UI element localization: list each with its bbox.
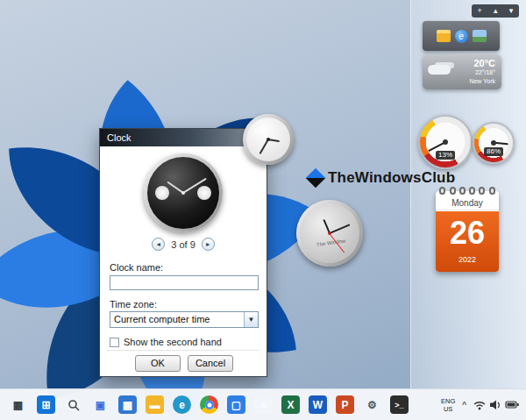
timezone-select[interactable]: Current computer time ▼ bbox=[110, 311, 259, 328]
cpu-usage-value: 13% bbox=[436, 151, 455, 160]
taskbar-icon-store[interactable]: ▢ bbox=[225, 394, 247, 416]
preview-clock-face bbox=[147, 157, 219, 229]
taskbar-icon-widgets[interactable]: ▦ bbox=[117, 394, 139, 416]
system-tray: ENG US ^ bbox=[441, 393, 519, 417]
volume-icon bbox=[490, 401, 499, 410]
ok-button[interactable]: OK bbox=[135, 355, 181, 372]
file-explorer-icon: ▬ bbox=[146, 395, 164, 414]
battery-icon bbox=[506, 402, 519, 408]
chrome-icon bbox=[200, 395, 218, 414]
time-zone-label: Time zone: bbox=[110, 299, 157, 310]
notepad-icon: ≡ bbox=[254, 395, 273, 414]
calendar-day: 26 bbox=[436, 211, 499, 255]
preview-center-pin bbox=[181, 191, 185, 195]
ram-usage-value: 86% bbox=[484, 147, 503, 156]
store-icon: ▢ bbox=[227, 395, 245, 414]
taskbar-icon-start[interactable]: ⊞ bbox=[35, 394, 57, 416]
taskbar-icon-chrome[interactable] bbox=[198, 394, 220, 416]
calendar-year: 2022 bbox=[436, 255, 499, 264]
powerpoint-icon: P bbox=[336, 395, 354, 414]
minute-hand bbox=[330, 224, 351, 234]
photo-icon bbox=[473, 30, 487, 42]
cpu-gauge-pivot bbox=[443, 139, 448, 145]
clock-settings-dialog: Clock ◄ 3 of 9 ► Clock name: Time zone: … bbox=[99, 128, 267, 377]
previous-style-button[interactable]: ◄ bbox=[152, 238, 165, 251]
edge-icon: e bbox=[173, 395, 191, 414]
clock-style-preview bbox=[144, 153, 223, 232]
gear-icon: ⚙ bbox=[363, 395, 381, 414]
language-line1: ENG bbox=[441, 397, 455, 405]
taskbar-icon-word[interactable]: W bbox=[307, 394, 329, 416]
weather-gadget[interactable]: 20°C 22°/18° New York bbox=[423, 54, 501, 89]
clock-gadget-small[interactable] bbox=[243, 114, 294, 165]
clock-face: The Window bbox=[296, 200, 364, 267]
chevron-down-icon[interactable]: ▼ bbox=[244, 312, 258, 327]
dialog-title-bar[interactable]: Clock bbox=[100, 129, 267, 146]
language-line2: US bbox=[441, 405, 455, 413]
tray-overflow-chevron-icon[interactable]: ^ bbox=[462, 401, 466, 410]
excel-icon: X bbox=[281, 395, 300, 414]
taskbar-icon-powerpoint[interactable]: P bbox=[334, 394, 356, 416]
widgets-icon: ▦ bbox=[118, 395, 137, 414]
thewindowsclub-logo-text: TheWindowsClub bbox=[328, 169, 455, 187]
taskbar-icon-excel[interactable]: X bbox=[280, 394, 302, 416]
taskbar-icon-launcher[interactable]: ▦ bbox=[7, 394, 29, 416]
gadget-down-icon[interactable]: ▾ bbox=[509, 7, 514, 15]
taskbar-icon-settings[interactable]: ⚙ bbox=[361, 394, 383, 416]
desktop: + ▴ ▾ e 20°C 22°/18° New York 13% 86% Mo… bbox=[0, 0, 526, 420]
calendar-weekday: Monday bbox=[436, 195, 499, 210]
taskbar: ▦ ⊞ ▣ ▦ ▬ e bbox=[0, 388, 526, 420]
taskbar-center-icons: ⊞ ▣ ▦ ▬ e ▢ bbox=[35, 394, 410, 416]
ram-gauge-pivot bbox=[491, 140, 496, 146]
gadget-control-bar: + ▴ ▾ bbox=[472, 4, 519, 18]
clock-brand-text: The Window bbox=[301, 236, 360, 249]
calendar-gadget[interactable]: Monday 26 2022 bbox=[436, 191, 499, 272]
clock-name-input[interactable] bbox=[110, 275, 259, 290]
cancel-button[interactable]: Cancel bbox=[188, 355, 233, 372]
weather-city: New York bbox=[469, 78, 495, 84]
folder-icon bbox=[437, 30, 451, 42]
calendar-spiral bbox=[436, 187, 499, 195]
clock-face bbox=[246, 117, 290, 161]
style-pager: ◄ 3 of 9 ► bbox=[100, 238, 267, 251]
add-gadget-icon[interactable]: + bbox=[478, 7, 482, 15]
taskbar-icon-task-view[interactable]: ▣ bbox=[89, 394, 111, 416]
clock-center-pin bbox=[267, 138, 270, 141]
terminal-icon: >_ bbox=[390, 395, 409, 414]
weather-temperature: 20°C bbox=[473, 58, 495, 68]
taskbar-icon-file-explorer[interactable]: ▬ bbox=[144, 394, 166, 416]
task-view-icon: ▣ bbox=[91, 395, 110, 414]
second-hand-checkbox[interactable] bbox=[110, 338, 119, 347]
clock-name-label: Clock name: bbox=[110, 262, 163, 273]
taskbar-icon-notepad[interactable]: ≡ bbox=[252, 394, 274, 416]
tray-status-icons[interactable] bbox=[473, 399, 519, 411]
weather-range: 22°/18° bbox=[475, 69, 495, 75]
timezone-selected-value: Current computer time bbox=[114, 314, 210, 324]
taskbar-icon-terminal[interactable]: >_ bbox=[388, 394, 410, 416]
second-hand-checkbox-label: Show the second hand bbox=[124, 337, 222, 347]
start-icon: ⊞ bbox=[37, 395, 55, 414]
internet-explorer-icon: e bbox=[455, 30, 468, 43]
thewindowsclub-logo: TheWindowsClub bbox=[309, 169, 455, 187]
cpu-meter-gadget[interactable]: 13% bbox=[418, 115, 473, 169]
ram-meter-gadget[interactable]: 86% bbox=[473, 122, 515, 164]
style-position-text: 3 of 9 bbox=[171, 239, 195, 250]
next-style-button[interactable]: ► bbox=[202, 238, 215, 251]
gadget-up-icon[interactable]: ▴ bbox=[494, 7, 498, 15]
calendar-body: 26 2022 bbox=[436, 211, 499, 272]
launcher-icon: ▦ bbox=[9, 395, 27, 414]
taskbar-icon-edge[interactable]: e bbox=[171, 394, 193, 416]
preview-subdial-right bbox=[197, 186, 211, 200]
dialog-separator bbox=[107, 350, 259, 351]
cloud-icon bbox=[428, 65, 451, 75]
minute-hand bbox=[259, 139, 269, 154]
taskbar-icon-search[interactable] bbox=[62, 394, 84, 416]
word-icon: W bbox=[309, 395, 327, 414]
second-hand-option[interactable]: Show the second hand bbox=[110, 337, 222, 347]
language-indicator[interactable]: ENG US bbox=[441, 397, 455, 413]
thewindowsclub-logo-icon bbox=[306, 168, 326, 189]
slideshow-gadget[interactable]: e bbox=[423, 21, 500, 51]
search-icon bbox=[64, 395, 82, 414]
preview-subdial-left bbox=[155, 186, 169, 200]
wifi-icon bbox=[474, 402, 485, 410]
